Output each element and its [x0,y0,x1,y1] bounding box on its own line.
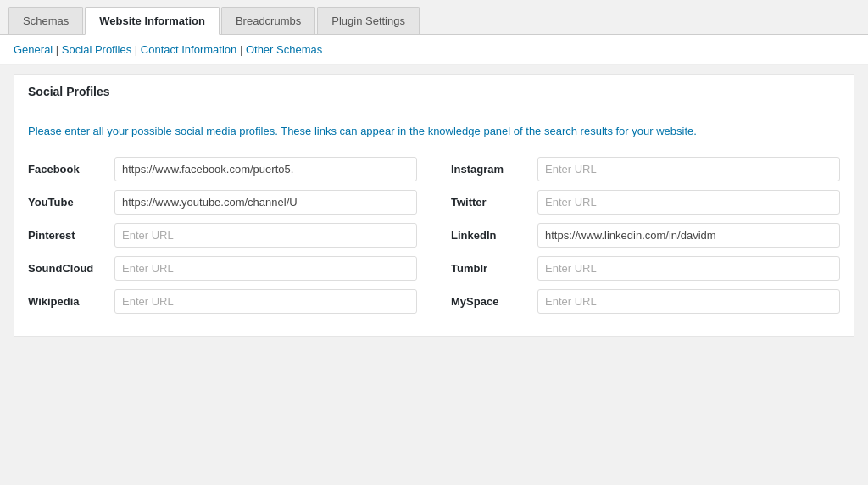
field-row-linkedin: LinkedIn [451,223,840,248]
nav-link-social-profiles[interactable]: Social Profiles [62,43,131,56]
social-profiles-section: Social Profiles Please enter all your po… [14,74,854,337]
right-column: InstagramTwitterLinkedInTumblrMySpace [451,157,840,322]
field-row-wikipedia: Wikipedia [28,289,417,314]
nav-separator: | [53,43,62,56]
field-input-tumblr[interactable] [537,256,840,281]
tab-plugin-settings[interactable]: Plugin Settings [317,7,420,34]
field-input-youtube[interactable] [114,190,417,215]
fields-grid: FacebookYouTubePinterestSoundCloudWikipe… [28,157,840,322]
field-input-instagram[interactable] [537,157,840,181]
field-row-myspace: MySpace [451,289,840,314]
nav-link-general[interactable]: General [14,43,53,56]
field-label-myspace: MySpace [451,295,527,308]
description-text: Please enter all your possible social me… [28,123,840,140]
nav-link-contact-information[interactable]: Contact Information [141,43,236,56]
field-label-facebook: Facebook [28,163,104,176]
field-input-facebook[interactable] [114,157,417,181]
tab-website-information[interactable]: Website Information [85,7,220,35]
nav-separator: | [236,43,246,56]
field-label-instagram: Instagram [451,163,527,176]
tab-schemas[interactable]: Schemas [8,7,83,34]
field-label-twitter: Twitter [451,196,527,209]
field-row-instagram: Instagram [451,157,840,181]
left-column: FacebookYouTubePinterestSoundCloudWikipe… [28,157,417,322]
field-row-youtube: YouTube [28,190,417,215]
section-title: Social Profiles [14,75,854,109]
tab-breadcrumbs[interactable]: Breadcrumbs [221,7,315,34]
field-row-pinterest: Pinterest [28,223,417,248]
field-input-linkedin[interactable] [537,223,840,248]
field-label-tumblr: Tumblr [451,262,527,275]
field-row-facebook: Facebook [28,157,417,181]
field-label-linkedin: LinkedIn [451,229,527,242]
field-input-twitter[interactable] [537,190,840,215]
field-label-youtube: YouTube [28,196,104,209]
field-input-wikipedia[interactable] [114,289,417,314]
nav-separator: | [131,43,141,56]
tab-bar: SchemasWebsite InformationBreadcrumbsPlu… [0,0,868,35]
field-label-pinterest: Pinterest [28,229,104,242]
field-label-wikipedia: Wikipedia [28,295,104,308]
field-row-tumblr: Tumblr [451,256,840,281]
field-input-myspace[interactable] [537,289,840,314]
nav-links: General | Social Profiles | Contact Info… [0,35,868,65]
field-input-pinterest[interactable] [114,223,417,248]
field-row-twitter: Twitter [451,190,840,215]
field-label-soundcloud: SoundCloud [28,262,104,275]
field-input-soundcloud[interactable] [114,256,417,281]
nav-link-other-schemas[interactable]: Other Schemas [246,43,322,56]
field-row-soundcloud: SoundCloud [28,256,417,281]
section-body: Please enter all your possible social me… [14,109,854,336]
